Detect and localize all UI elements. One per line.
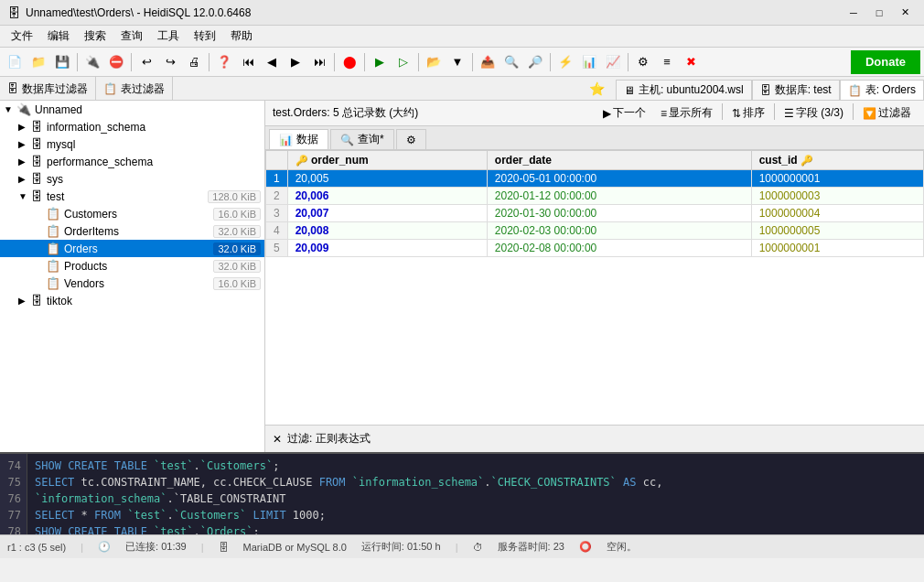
open-btn[interactable]: 📁: [27, 51, 49, 73]
table-row[interactable]: 220,0062020-01-12 00:00:001000000003: [266, 188, 924, 205]
tree-item[interactable]: ▶🗄tiktok: [0, 292, 264, 309]
table-icon: 📋: [848, 84, 862, 97]
menu-item-帮助[interactable]: 帮助: [223, 27, 260, 46]
close-filter-btn[interactable]: ✕: [273, 433, 282, 446]
tree-icon: 📋: [46, 259, 60, 273]
table-body: 120,0052020-05-01 00:00:001000000001220,…: [266, 170, 924, 257]
table-row[interactable]: 320,0072020-01-30 00:00:001000000004: [266, 205, 924, 222]
disconnect-btn[interactable]: ⛔: [105, 51, 127, 73]
col-cust-id[interactable]: cust_id 🔑: [751, 151, 923, 170]
nav-last[interactable]: ⏭: [308, 51, 330, 73]
db-tab[interactable]: 🗄 数据库: test: [752, 80, 840, 100]
misc-btn1[interactable]: ⚙: [632, 51, 654, 73]
folder-btn[interactable]: 📂: [423, 51, 445, 73]
sep8: [550, 53, 551, 71]
menu-item-查询[interactable]: 查询: [113, 27, 150, 46]
new-btn[interactable]: 📄: [4, 51, 26, 73]
col-order-num[interactable]: 🔑 order_num: [287, 151, 487, 170]
search-btn[interactable]: 🔍: [500, 51, 522, 73]
next-btn[interactable]: ▶ 下一个: [597, 103, 651, 123]
db-filter-tab[interactable]: 🗄 数据库过滤器: [0, 77, 96, 101]
window-title: Unnamed\test\Orders\ - HeidiSQL 12.0.0.6…: [26, 6, 842, 19]
sql-editor[interactable]: 7475767778 SHOW CREATE TABLE `test`.`Cus…: [0, 452, 924, 534]
tree-item[interactable]: 📋OrderItems32.0 KiB: [0, 222, 264, 240]
tree-item[interactable]: 📋Customers16.0 KiB: [0, 205, 264, 222]
menu-item-搜索[interactable]: 搜索: [77, 27, 113, 46]
nav-next-btn[interactable]: ▶: [285, 51, 306, 73]
host-tab-label: 主机: ubuntu2004.wsl: [639, 82, 744, 98]
statusbar: r1 : c3 (5 sel) | 🕐 已连接: 01:39 | 🗄 Maria…: [0, 534, 924, 558]
sql-code[interactable]: SHOW CREATE TABLE `test`.`Customers`;SEL…: [27, 454, 924, 534]
tree-item[interactable]: ▶🗄mysql: [0, 135, 264, 153]
table-tab[interactable]: 📋 表: Orders: [840, 80, 924, 100]
toggle-icon[interactable]: ▼: [4, 104, 16, 114]
tree-icon: 📋: [46, 242, 60, 255]
find-btn[interactable]: 🔎: [524, 51, 546, 73]
nav-prev[interactable]: ◀: [261, 51, 283, 73]
nav-first[interactable]: ⏮: [237, 51, 259, 73]
misc-btn3[interactable]: ✖: [680, 51, 702, 73]
row-num: 5: [266, 240, 288, 257]
show-all-btn[interactable]: ≡ 显示所有: [655, 103, 718, 123]
grid-btn[interactable]: ⚡: [554, 51, 576, 73]
menu-item-编辑[interactable]: 编辑: [40, 27, 77, 46]
toggle-icon[interactable]: ▶: [18, 296, 31, 306]
tree-item[interactable]: ▼🗄test128.0 KiB: [0, 188, 264, 205]
tree-item[interactable]: 📋Products32.0 KiB: [0, 257, 264, 275]
folder-drop[interactable]: ▼: [446, 51, 468, 73]
toggle-icon[interactable]: ▼: [18, 191, 31, 201]
filter-btn[interactable]: 🔽 过滤器: [857, 103, 917, 123]
col-order-date[interactable]: order_date: [487, 151, 751, 170]
sort-btn[interactable]: ⇅ 排序: [726, 103, 770, 123]
table-row[interactable]: 520,0092020-02-08 00:00:001000000001: [266, 240, 924, 257]
tree-item[interactable]: 📋Vendors16.0 KiB: [0, 275, 264, 292]
tree-item[interactable]: ▶🗄performance_schema: [0, 153, 264, 170]
toggle-icon[interactable]: ▶: [18, 174, 31, 184]
host-tab[interactable]: 🖥 主机: ubuntu2004.wsl: [616, 80, 752, 100]
run-btn[interactable]: ▶: [369, 51, 391, 73]
maximize-button[interactable]: □: [867, 4, 891, 22]
donate-button[interactable]: Donate: [851, 50, 920, 74]
misc-btn2[interactable]: ≡: [656, 51, 678, 73]
stop-btn[interactable]: ⬤: [338, 51, 360, 73]
tree-item[interactable]: ▶🗄sys: [0, 170, 264, 188]
tab-settings[interactable]: ⚙: [396, 129, 426, 149]
redo-btn[interactable]: ↪: [159, 51, 181, 73]
help-btn[interactable]: ❓: [213, 51, 235, 73]
menu-item-转到[interactable]: 转到: [187, 27, 223, 46]
fields-icon: ☰: [784, 107, 794, 120]
tree-icon: 🗄: [31, 172, 43, 186]
close-button[interactable]: ✕: [893, 4, 917, 22]
table-row[interactable]: 420,0082020-02-03 00:00:001000000005: [266, 222, 924, 240]
tab-data[interactable]: 📊 数据: [269, 129, 328, 149]
tree-icon: 🗄: [31, 137, 43, 151]
tree-label: Products: [64, 260, 213, 273]
undo-btn[interactable]: ↩: [135, 51, 157, 73]
num-btn[interactable]: 📊: [578, 51, 600, 73]
fields-btn[interactable]: ☰ 字段 (3/3): [779, 103, 849, 123]
tab-query[interactable]: 🔍 查询*: [330, 129, 394, 149]
menu-item-文件[interactable]: 文件: [4, 27, 40, 46]
star-icon[interactable]: ⭐: [589, 81, 605, 96]
table-row[interactable]: 120,0052020-05-01 00:00:001000000001: [266, 170, 924, 188]
tree-label: information_schema: [47, 121, 261, 134]
server-time-icon: ⏱: [473, 542, 483, 553]
save-btn[interactable]: 💾: [51, 51, 73, 73]
minimize-button[interactable]: ─: [842, 4, 865, 22]
toggle-icon[interactable]: ▶: [18, 139, 31, 149]
tree-item[interactable]: ▼🔌Unnamed: [0, 101, 264, 118]
print-btn[interactable]: 🖨: [183, 51, 205, 73]
toggle-icon[interactable]: ▶: [18, 156, 31, 167]
table-filter-tab[interactable]: 📋 表过滤器: [96, 77, 173, 101]
num2-btn[interactable]: 📈: [602, 51, 624, 73]
sep3: [209, 53, 210, 71]
connect-btn[interactable]: 🔌: [81, 51, 103, 73]
menu-item-工具[interactable]: 工具: [150, 27, 187, 46]
run-sel-btn[interactable]: ▷: [392, 51, 414, 73]
tree-item[interactable]: ▶🗄information_schema: [0, 118, 264, 135]
data-table[interactable]: 🔑 order_num order_date cust_id 🔑 120,005…: [265, 150, 924, 425]
tree-item[interactable]: 📋Orders32.0 KiB: [0, 240, 264, 257]
export-btn[interactable]: 📤: [477, 51, 499, 73]
tree-icon: 🔌: [16, 102, 31, 116]
toggle-icon[interactable]: ▶: [18, 122, 31, 132]
